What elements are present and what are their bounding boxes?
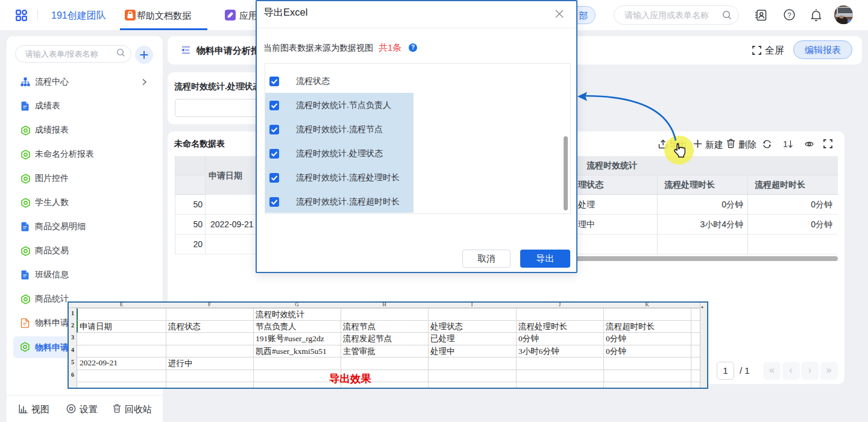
svg-text:?: ? bbox=[787, 11, 791, 19]
